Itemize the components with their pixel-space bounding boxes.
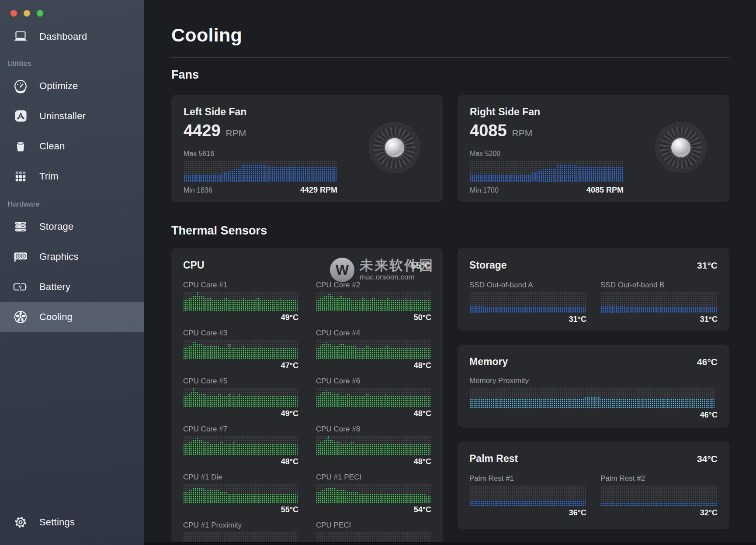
- sensor-chart: [316, 292, 431, 311]
- sensor-cell: CPU Core #549°C: [183, 377, 298, 419]
- close-button[interactable]: [10, 10, 17, 17]
- sensor-cell: CPU #1 Die55°C: [183, 473, 298, 515]
- sidebar-item-label: Clean: [39, 141, 65, 152]
- sensor-label: CPU Core #7: [183, 425, 298, 434]
- sensor-label: Memory Proximity: [469, 376, 718, 385]
- sensor-label: SSD Out-of-band B: [600, 281, 718, 290]
- laptop-icon: [12, 30, 29, 43]
- sensor-cell: CPU Core #250°C: [316, 281, 431, 323]
- sensor-chart: [183, 388, 298, 407]
- sensor-temp: 48°C: [316, 409, 431, 419]
- sensor-label: CPU Core #2: [316, 281, 431, 290]
- fan-image: [655, 122, 707, 173]
- sidebar-item-label: Settings: [39, 517, 75, 528]
- fan-rpm-unit: RPM: [226, 128, 246, 138]
- sensor-label: CPU Core #3: [183, 329, 298, 338]
- sensor-cell: CPU #1 PECI54°C: [316, 473, 431, 515]
- fan-title: Left Side Fan: [184, 106, 431, 118]
- sidebar-item-trim[interactable]: Trim: [0, 161, 144, 191]
- fan-current-label: 4085 RPM: [586, 186, 624, 195]
- fan-rpm-unit: RPM: [512, 128, 533, 138]
- fan-min-label: Min 1700: [470, 186, 499, 194]
- sensor-label: CPU Core #4: [316, 329, 431, 338]
- storage-sensor-grid: SSD Out-of-band A31°CSSD Out-of-band B31…: [469, 281, 718, 324]
- palmrest-card-temp: 34°C: [697, 454, 718, 464]
- sensor-label: CPU #1 Die: [183, 473, 298, 482]
- sensor-temp: 31°C: [600, 315, 718, 324]
- sensor-cell: CPU #1 Proximity: [183, 521, 298, 545]
- sidebar-item-dashboard[interactable]: Dashboard: [0, 23, 144, 51]
- fan-card-right: Right Side Fan 4085 RPM Max 5200 Min 170…: [458, 95, 729, 202]
- sidebar-item-graphics[interactable]: Graphics: [0, 241, 144, 272]
- sensor-label: CPU Core #8: [316, 425, 431, 434]
- sensor-cell: Palm Rest #136°C: [469, 474, 586, 518]
- memory-sensors-card: Memory 46°C Memory Proximity 46°C: [458, 345, 729, 428]
- fan-history-chart: [184, 161, 337, 182]
- gauge-icon: [12, 79, 29, 93]
- sensor-chart: [316, 484, 431, 503]
- sidebar: Dashboard Utilities Optimize: [0, 0, 144, 545]
- palmrest-sensors-card: Palm Rest 34°C Palm Rest #136°CPalm Rest…: [458, 442, 729, 529]
- sidebar-item-label: Trim: [39, 171, 59, 182]
- sidebar-item-label: Dashboard: [39, 31, 87, 42]
- sidebar-item-clean[interactable]: Clean: [0, 131, 144, 161]
- sensor-temp: 54°C: [316, 505, 431, 515]
- fan-title: Right Side Fan: [470, 106, 717, 118]
- trash-icon: [12, 139, 29, 154]
- sensor-label: CPU #1 PECI: [316, 473, 431, 482]
- main-content: Cooling Fans Left Side Fan 4429 RPM Max …: [144, 0, 756, 545]
- sensor-chart: [469, 485, 586, 506]
- sidebar-section-hardware: Hardware: [7, 200, 144, 209]
- sensor-chart: [600, 485, 718, 506]
- grid-icon: [12, 170, 29, 183]
- battery-icon: [12, 280, 29, 293]
- sensor-cell: CPU Core #347°C: [183, 329, 298, 371]
- sidebar-item-optimize[interactable]: Optimize: [0, 71, 144, 101]
- sidebar-item-label: Storage: [39, 221, 73, 232]
- sensor-chart: [469, 292, 586, 313]
- window-controls: [0, 0, 144, 17]
- sidebar-item-label: Uninstaller: [39, 110, 86, 122]
- minimize-button[interactable]: [24, 10, 30, 17]
- cpu-sensors-card: CPU 55°C CPU Core #149°CCPU Core #250°CC…: [171, 248, 443, 545]
- zoom-button[interactable]: [37, 10, 43, 17]
- sensor-chart: [316, 388, 431, 407]
- fan-current-label: 4429 RPM: [300, 186, 337, 195]
- sensor-temp: 36°C: [469, 508, 586, 518]
- sidebar-item-battery[interactable]: Battery: [0, 272, 144, 302]
- sensor-chart: [183, 484, 298, 503]
- palmrest-card-title: Palm Rest: [469, 453, 518, 465]
- cpu-card-title: CPU: [183, 259, 205, 271]
- memory-card-title: Memory: [469, 356, 508, 368]
- sensor-cell: SSD Out-of-band A31°C: [469, 281, 586, 324]
- memory-card-temp: 46°C: [697, 357, 718, 367]
- sidebar-item-storage[interactable]: Storage: [0, 211, 144, 241]
- sidebar-item-cooling[interactable]: Cooling: [0, 302, 144, 332]
- sensor-cell: SSD Out-of-band B31°C: [600, 281, 718, 324]
- fan-image: [369, 122, 420, 173]
- gpu-icon: [12, 250, 29, 263]
- sensor-label: CPU PECI: [316, 521, 431, 530]
- page-title: Cooling: [171, 24, 729, 46]
- sidebar-item-settings[interactable]: Settings: [0, 507, 144, 537]
- cpu-sensor-grid: CPU Core #149°CCPU Core #250°CCPU Core #…: [183, 281, 431, 545]
- storage-sensors-card: Storage 31°C SSD Out-of-band A31°CSSD Ou…: [458, 248, 729, 331]
- sidebar-item-uninstaller[interactable]: Uninstaller: [0, 101, 144, 131]
- sidebar-item-label: Optimize: [39, 80, 78, 92]
- sidebar-item-label: Cooling: [39, 311, 73, 323]
- sensor-temp: 49°C: [183, 409, 298, 419]
- storage-card-title: Storage: [469, 259, 507, 271]
- fan-rpm-value: 4085: [470, 121, 507, 140]
- sensor-cell: CPU Core #149°C: [183, 281, 298, 323]
- sensor-temp: 48°C: [316, 361, 431, 371]
- fans-heading: Fans: [171, 68, 729, 82]
- fan-rpm-value: 4429: [184, 121, 221, 140]
- fan-card-left: Left Side Fan 4429 RPM Max 5616 Min 1836…: [171, 95, 443, 202]
- sensor-temp: 49°C: [183, 313, 298, 323]
- sidebar-item-label: Graphics: [39, 251, 79, 262]
- sensor-chart: [183, 340, 298, 359]
- sensor-chart: [183, 292, 298, 311]
- sensor-cell: CPU Core #748°C: [183, 425, 298, 467]
- fan-min-label: Min 1836: [184, 186, 212, 194]
- title-divider: [171, 57, 729, 58]
